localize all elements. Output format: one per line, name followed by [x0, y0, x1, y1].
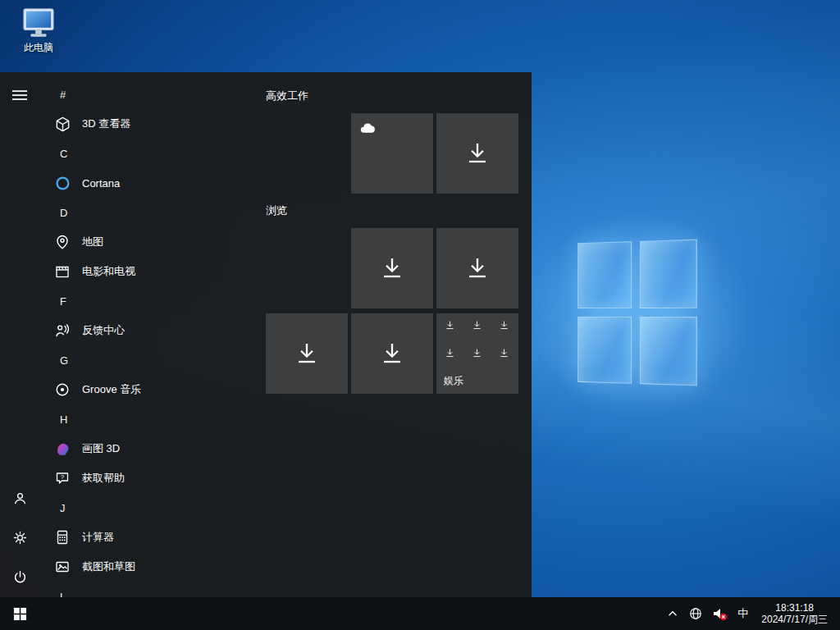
power-icon [12, 569, 28, 585]
app-list-section-h[interactable]: H [39, 404, 254, 434]
download-icon [445, 348, 455, 358]
desktop-icon-this-pc[interactable]: 此电脑 [8, 7, 69, 55]
section-letter: H [60, 413, 67, 426]
user-icon [12, 491, 28, 506]
snip-sketch-icon [52, 557, 72, 577]
app-item-label: 3D 查看器 [82, 116, 130, 131]
section-letter: C [60, 148, 67, 160]
system-tray: 中 18:31:18 2024/7/17/周三 [661, 597, 840, 630]
tile-folder-entertainment[interactable]: 娱乐 [436, 313, 518, 394]
app-item-label: 画图 3D [82, 441, 120, 456]
volume-button[interactable] [707, 597, 732, 630]
ime-label: 中 [737, 606, 748, 621]
start-tiles: 高效工作 浏览 [254, 72, 532, 597]
download-icon [379, 255, 405, 281]
start-app-list: # 3D 查看器 C C [39, 72, 254, 597]
section-letter: J [60, 502, 66, 514]
globe-icon [688, 606, 703, 621]
download-icon [464, 140, 491, 167]
app-list-section-g[interactable]: G [39, 345, 254, 375]
tile-pending-download-5[interactable] [351, 313, 433, 394]
settings-button[interactable] [0, 518, 39, 557]
app-list-section-j[interactable]: J [39, 493, 254, 523]
app-list-section-f[interactable]: F [39, 286, 254, 316]
app-item-paint-3d[interactable]: 画图 3D [39, 434, 254, 463]
section-letter: L [60, 591, 66, 598]
ime-indicator[interactable]: 中 [732, 597, 754, 630]
app-list-section-hash[interactable]: # [39, 80, 254, 109]
download-icon [472, 320, 482, 331]
app-item-snip-sketch[interactable]: 截图和草图 [39, 552, 254, 582]
app-list-section-c[interactable]: C [39, 139, 254, 168]
app-list-section-l[interactable]: L [39, 582, 254, 597]
power-button[interactable] [0, 557, 39, 596]
tile-onedrive[interactable] [351, 113, 433, 194]
paint-3d-icon [52, 439, 72, 459]
tile-group-title-productivity[interactable]: 高效工作 [266, 89, 308, 103]
app-item-feedback-hub[interactable]: 反馈中心 [39, 316, 254, 345]
desktop-screen: 此电脑 [0, 0, 840, 630]
tile-group-title-browse[interactable]: 浏览 [266, 203, 287, 218]
app-item-get-help[interactable]: ? 获取帮助 [39, 463, 254, 493]
chevron-up-icon [665, 606, 680, 621]
taskbar: 中 18:31:18 2024/7/17/周三 [0, 597, 840, 630]
logo-pane [578, 241, 632, 308]
app-item-3d-viewer[interactable]: 3D 查看器 [39, 109, 254, 139]
hamburger-icon [11, 87, 28, 103]
maps-icon [52, 232, 72, 252]
windows-logo-icon [13, 607, 27, 621]
3d-viewer-icon [52, 114, 72, 134]
hidden-icons-button[interactable] [661, 597, 684, 630]
section-letter: # [60, 89, 66, 101]
app-item-maps[interactable]: 地图 [39, 227, 254, 257]
get-help-icon: ? [52, 468, 72, 488]
logo-pane [640, 240, 697, 308]
logo-pane [578, 317, 632, 384]
app-item-label: Groove 音乐 [82, 382, 141, 397]
logo-pane [640, 317, 697, 386]
onedrive-cloud-icon [358, 120, 377, 135]
download-icon [294, 340, 320, 367]
groove-music-icon [52, 380, 72, 399]
network-status-button[interactable] [684, 597, 707, 630]
this-pc-icon [20, 7, 57, 39]
start-menu-rail [0, 72, 39, 597]
clock-date: 2024/7/17/周三 [761, 614, 828, 625]
tile-pending-download-3[interactable] [436, 228, 518, 308]
app-item-calculator[interactable]: 计算器 [39, 523, 254, 552]
app-item-label: Cortana [82, 177, 120, 189]
tile-pending-download-4[interactable] [266, 313, 348, 394]
section-letter: F [60, 295, 66, 308]
expand-menu-button[interactable] [0, 75, 39, 115]
app-item-label: 地图 [82, 235, 103, 249]
tile-pending-download-2[interactable] [351, 228, 433, 308]
app-item-cortana[interactable]: Cortana [39, 168, 254, 198]
app-list-section-d[interactable]: D [39, 198, 254, 227]
windows-wallpaper-logo [578, 240, 697, 386]
section-letter: D [60, 207, 67, 219]
download-icon [499, 348, 509, 358]
cortana-icon [52, 173, 72, 193]
app-item-label: 计算器 [82, 530, 114, 545]
gear-icon [12, 530, 28, 546]
tile-pending-download-1[interactable] [436, 113, 518, 194]
app-item-movies-tv[interactable]: 电影和电视 [39, 257, 254, 286]
clock-time: 18:31:18 [761, 602, 828, 614]
download-icon [472, 348, 482, 358]
download-icon [499, 320, 509, 331]
tile-folder-label: 娱乐 [444, 374, 463, 388]
user-account-button[interactable] [0, 478, 39, 518]
taskbar-clock[interactable]: 18:31:18 2024/7/17/周三 [754, 602, 835, 625]
app-item-label: 截图和草图 [82, 559, 135, 574]
download-icon [464, 255, 491, 281]
calculator-icon [52, 527, 72, 547]
section-letter: G [60, 354, 68, 367]
feedback-hub-icon [52, 321, 72, 340]
movies-tv-icon [52, 262, 72, 281]
app-item-groove-music[interactable]: Groove 音乐 [39, 375, 254, 404]
svg-text:?: ? [61, 473, 65, 481]
app-item-label: 反馈中心 [82, 323, 125, 338]
start-button[interactable] [0, 597, 39, 630]
speaker-muted-icon [711, 605, 728, 622]
download-icon [379, 340, 405, 367]
